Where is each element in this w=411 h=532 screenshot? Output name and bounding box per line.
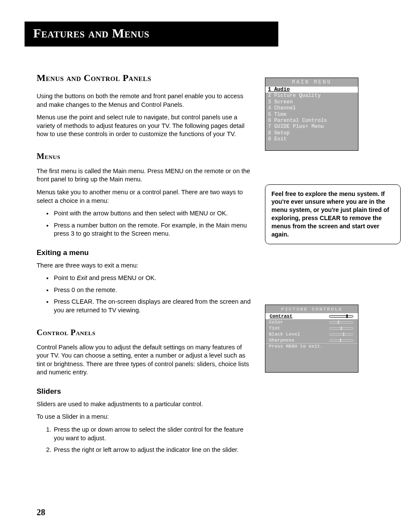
main-menu-item: 8 Setup: [265, 130, 358, 136]
slider-icon: [328, 327, 355, 330]
slider-icon: [328, 339, 355, 342]
picture-control-row: Contrast: [265, 313, 358, 319]
menus-paragraph-2: Menus take you to another menu or a cont…: [37, 188, 252, 205]
main-menu-item: 6 Parental Controls: [265, 118, 358, 124]
list-item: Point with the arrow buttons and then se…: [53, 209, 252, 218]
main-menu-title: MAIN MENU: [265, 78, 358, 87]
tip-box: Feel free to explore the menu system. If…: [265, 184, 401, 244]
exiting-heading: Exiting a menu: [37, 249, 252, 257]
main-menu-item: 1 Audio: [265, 87, 358, 93]
menus-paragraph-1: The first menu is called the Main menu. …: [37, 167, 252, 184]
sliders-paragraph-2: To use a Slider in a menu:: [37, 413, 252, 421]
list-item: Point to Exit and press MENU or OK.: [53, 274, 252, 283]
sliders-steps: Press the up or down arrow to select the…: [37, 426, 252, 454]
exiting-paragraph: There are three ways to exit a menu:: [37, 261, 252, 270]
picture-control-row: Black Level: [265, 331, 358, 337]
control-panels-heading: Control Panels: [37, 328, 252, 337]
control-panels-paragraph: Control Panels allow you to adjust the d…: [37, 343, 252, 377]
list-item: Press the up or down arrow to select the…: [53, 426, 252, 442]
picture-control-row: Tint: [265, 325, 358, 331]
chapter-title: Features and Menus: [33, 26, 270, 40]
slider-icon: [328, 314, 355, 318]
sliders-heading: Sliders: [37, 387, 252, 396]
section-heading: Menus and Control Panels: [37, 72, 252, 84]
picture-controls-title: PICTURE CONTROLS: [265, 305, 358, 313]
list-item: Press a number button on the remote. For…: [53, 221, 252, 238]
menus-heading: Menus: [37, 152, 252, 161]
intro-paragraph-1: Using the buttons on both the remote and…: [37, 92, 252, 109]
sliders-paragraph-1: Sliders are used to make adjustments to …: [37, 400, 252, 409]
picture-control-label: Contrast: [269, 314, 328, 319]
picture-control-row: Sharpness: [265, 337, 358, 343]
main-menu-item: 0 Exit: [265, 136, 358, 142]
slider-icon: [328, 333, 355, 336]
main-menu-item: 3 Screen: [265, 99, 358, 105]
page-number: 28: [37, 507, 45, 517]
picture-control-label: Tint: [269, 326, 328, 331]
main-menu-figure: MAIN MENU 1 Audio2 Picture Quality3 Scre…: [265, 78, 358, 151]
main-menu-item: 7 GUIDE Plus+ Menu: [265, 124, 358, 130]
slider-icon: [328, 320, 355, 324]
main-menu-item: 5 Time: [265, 112, 358, 118]
exiting-bullets: Point to Exit and press MENU or OK. Pres…: [37, 274, 252, 314]
list-item: Press CLEAR. The on-screen displays are …: [53, 298, 252, 314]
main-menu-item: 2 Picture Quality: [265, 93, 358, 99]
picture-control-row: Color: [265, 319, 358, 325]
list-item: Press the right or left arrow to adjust …: [53, 446, 252, 454]
picture-control-label: Black Level: [269, 332, 328, 337]
intro-paragraph-2: Menus use the point and select rule to n…: [37, 113, 252, 139]
menus-bullets: Point with the arrow buttons and then se…: [37, 209, 252, 238]
list-item: Press 0 on the remote.: [53, 286, 252, 295]
picture-control-label: Color: [269, 320, 328, 325]
picture-controls-footer: Press MENU to exit.: [265, 343, 358, 349]
picture-control-label: Sharpness: [269, 338, 328, 343]
main-menu-item: 4 Channel: [265, 105, 358, 111]
picture-controls-figure: PICTURE CONTROLS ContrastColorTintBlack …: [265, 305, 358, 373]
figure-column: MAIN MENU 1 Audio2 Picture Quality3 Scre…: [265, 72, 401, 458]
chapter-heading-bar: Features and Menus: [25, 22, 278, 47]
main-text-column: Menus and Control Panels Using the butto…: [37, 72, 252, 458]
